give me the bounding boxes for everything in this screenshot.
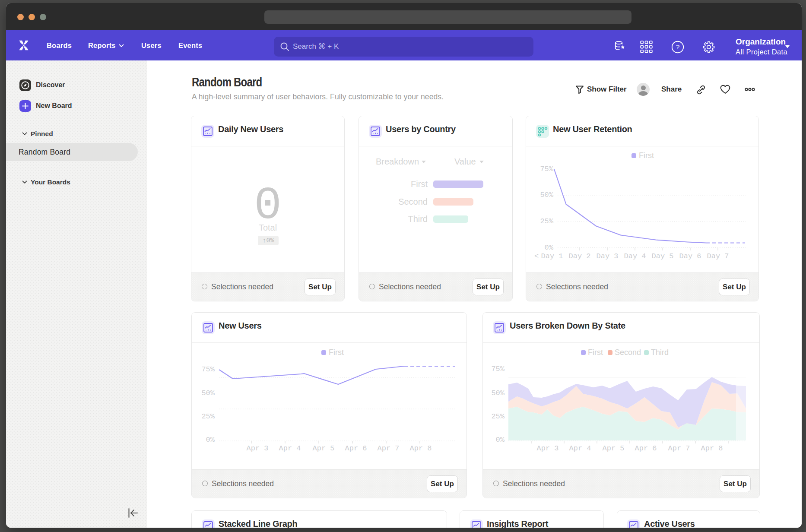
svg-text:?: ? (676, 43, 680, 51)
